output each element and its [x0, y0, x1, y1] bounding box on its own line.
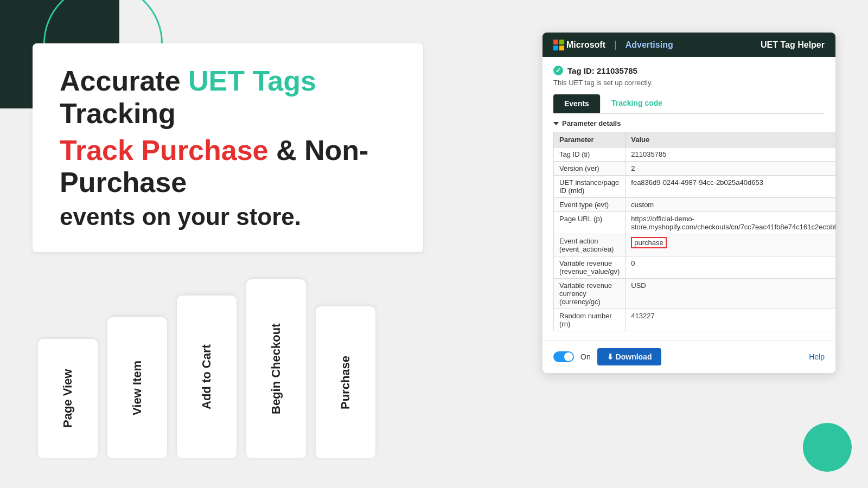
download-button[interactable]: ⬇ Download [597, 348, 662, 365]
arrow-down-icon [553, 122, 559, 125]
tab-events[interactable]: Events [553, 94, 600, 113]
value-cell: USD [626, 279, 835, 309]
table-row: Page URL (p) https://official-demo-store… [554, 212, 836, 234]
table-row: UET instance/page ID (mid) fea836d9-0244… [554, 176, 836, 198]
param-cell: Event type (evt) [554, 198, 626, 212]
check-icon: ✓ [553, 66, 563, 75]
ms-logo-red [553, 40, 558, 44]
param-details-toggle[interactable]: Parameter details [553, 119, 825, 127]
uet-tag-helper-label: UET Tag Helper [761, 40, 825, 50]
event-card-purchase: Purchase [316, 306, 375, 458]
tabs-row: Events Tracking code [553, 94, 825, 114]
headline-line3: events on your store. [60, 203, 396, 230]
table-row: Variable revenue currency (currency/gc) … [554, 279, 836, 309]
value-cell: purchase [626, 234, 835, 256]
event-card-viewitem: View Item [107, 317, 167, 458]
ms-logo-blue [553, 46, 558, 50]
param-cell: Tag ID (ti) [554, 147, 626, 162]
panel-header: Microsoft | Advertising UET Tag Helper [542, 33, 835, 57]
uet-tag-helper-panel: Microsoft | Advertising UET Tag Helper ✓… [542, 33, 835, 373]
tag-setup-text: This UET tag is set up correctly. [553, 79, 825, 87]
param-cell: Version (ver) [554, 162, 626, 176]
event-card-addtocart: Add to Cart [177, 296, 237, 458]
panel-body: ✓ Tag ID: 211035785 This UET tag is set … [542, 57, 835, 340]
ms-logo-green [559, 40, 564, 44]
param-cell: UET instance/page ID (mid) [554, 176, 626, 198]
value-cell: 0 [626, 256, 835, 279]
table-row: Version (ver) 2 [554, 162, 836, 176]
headline-box: Accurate UET Tags Tracking Track Purchas… [33, 43, 423, 252]
ms-logo-grid [553, 40, 564, 50]
param-cell: Page URL (p) [554, 212, 626, 234]
panel-footer: On ⬇ Download Help [542, 340, 835, 373]
help-link[interactable]: Help [809, 352, 825, 361]
headline-line1: Accurate UET Tags Tracking [60, 65, 396, 130]
event-cards-container: Page View View Item Add to Cart Begin Ch… [33, 279, 423, 458]
value-cell: 211035785 [626, 147, 835, 162]
purchase-highlight: purchase [631, 237, 666, 248]
ms-label: Microsoft [566, 40, 605, 50]
param-cell: Variable revenue currency (currency/gc) [554, 279, 626, 309]
table-row: Event action (event_action/ea) purchase [554, 234, 836, 256]
ms-logo-yellow [559, 46, 564, 50]
header-divider: | [614, 39, 617, 50]
col-header-value: Value [626, 132, 835, 147]
value-cell: custom [626, 198, 835, 212]
left-content: Accurate UET Tags Tracking Track Purchas… [33, 43, 423, 458]
param-cell: Event action (event_action/ea) [554, 234, 626, 256]
event-card-pageview: Page View [38, 339, 98, 458]
value-cell: fea836d9-0244-4987-94cc-2b025a40d653 [626, 176, 835, 198]
table-row: Random number (rn) 413227 [554, 309, 836, 331]
advertising-label: Advertising [626, 40, 673, 50]
table-row: Event type (evt) custom [554, 198, 836, 212]
microsoft-logo: Microsoft [553, 40, 605, 50]
param-cell: Variable revenue (revenue_value/gv) [554, 256, 626, 279]
parameter-table: Parameter Value Tag ID (ti) 211035785 Ve… [553, 132, 835, 331]
table-row: Variable revenue (revenue_value/gv) 0 [554, 256, 836, 279]
tag-id-row: ✓ Tag ID: 211035785 [553, 66, 825, 75]
param-cell: Random number (rn) [554, 309, 626, 331]
table-row: Tag ID (ti) 211035785 [554, 147, 836, 162]
headline-line2: Track Purchase & Non-Purchase [60, 134, 396, 200]
toggle-on-label: On [580, 352, 591, 361]
value-cell: https://official-demo-store.myshopify.co… [626, 212, 835, 234]
col-header-parameter: Parameter [554, 132, 626, 147]
param-details-label: Parameter details [562, 119, 621, 127]
value-cell: 413227 [626, 309, 835, 331]
event-card-begincheckout: Begin Checkout [246, 279, 306, 458]
value-cell: 2 [626, 162, 835, 176]
bg-teal-blob [803, 423, 852, 472]
on-off-toggle[interactable] [553, 351, 574, 362]
tab-tracking-code[interactable]: Tracking code [601, 94, 673, 113]
tag-id-text: Tag ID: 211035785 [567, 66, 637, 75]
